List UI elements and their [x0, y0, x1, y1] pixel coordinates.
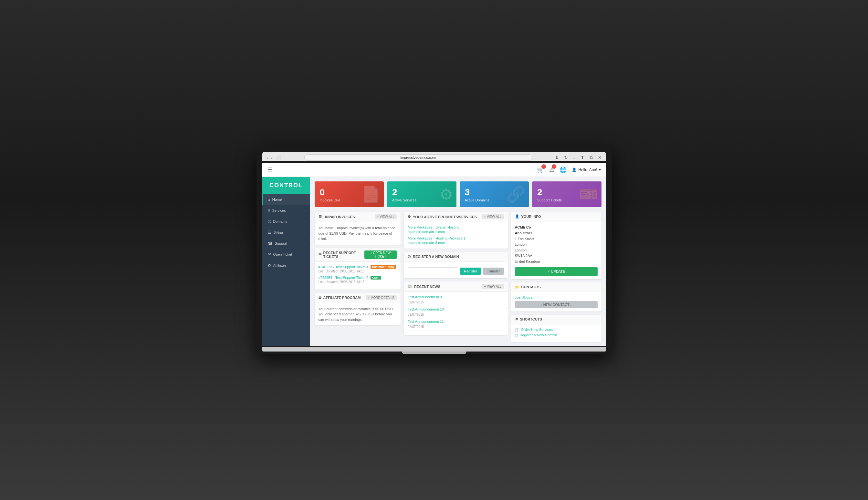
view-all-services-button[interactable]: + VIEW ALL	[482, 214, 504, 219]
url-text: impressivedemos.com	[400, 156, 435, 159]
sidebar-item-domains[interactable]: ◎ Domains ›	[262, 216, 310, 227]
share-icon[interactable]: ⬆	[580, 155, 585, 160]
affiliate-panel: ✿ AFFILIATE PROGRAM + MORE DETAILS Your …	[315, 293, 401, 326]
stat-cards: 📄 0 Invoices Due ⚙ 2 Active Services 🔗 3…	[315, 181, 601, 207]
sidebar-open-ticket-label: Open Ticket	[273, 252, 292, 256]
new-window-icon[interactable]: ⧉	[589, 155, 594, 160]
affiliate-text: Your current commission balance is $0.00…	[319, 306, 397, 322]
user-menu[interactable]: 👤 Hello, Ann! ▾	[572, 168, 601, 172]
address-bar[interactable]: impressivedemos.com	[304, 154, 532, 161]
active-services-label: Active Services	[392, 198, 451, 202]
service-2-domain[interactable]: example-domain-3.com	[408, 241, 504, 245]
alert-icon-wrapper[interactable]: ⚠ 1	[549, 166, 554, 173]
support-arrow: ›	[304, 242, 305, 245]
tickets-panel-icon: ✉	[319, 252, 321, 257]
news-3-link[interactable]: Test Announcement 11	[408, 320, 504, 323]
ticket-1-link[interactable]: #240223 - Test Support Ticket 1	[319, 265, 369, 269]
content-grid: ☰ UNPAID INVOICES + VIEW ALL You have 1 …	[315, 212, 601, 341]
news-2-link[interactable]: Test Announcement 10	[408, 307, 504, 311]
affiliates-icon: ✿	[268, 263, 271, 268]
update-info-button[interactable]: ✓ UPDATE	[515, 267, 598, 276]
sidebar-logo: CONTROL	[262, 177, 310, 194]
content-area: 📄 0 Invoices Due ⚙ 2 Active Services 🔗 3…	[310, 177, 606, 346]
services-icon: ≡	[268, 208, 270, 213]
sidebar-support-label: Support	[275, 241, 288, 245]
sidebar-item-billing[interactable]: ☰ Billing ›	[262, 227, 310, 238]
affiliate-panel-icon: ✿	[319, 296, 321, 300]
refresh-button[interactable]: ↻	[563, 155, 569, 160]
shortcut-register-domain[interactable]: ◎ Register a New Domain	[515, 333, 598, 337]
service-1-link[interactable]: More Packages - cPanel Hosting	[408, 225, 504, 229]
news-1-link[interactable]: Test Announcement 9	[408, 295, 504, 299]
ticket-2-badge: Open	[370, 276, 381, 280]
register-domain-icon: ◎	[408, 254, 411, 259]
domains-icon: ◎	[268, 219, 271, 224]
tab-view-button[interactable]: ⬜	[275, 155, 282, 160]
news-item-1: Test Announcement 9 02/07/2015	[408, 295, 504, 305]
view-all-invoices-button[interactable]: + VIEW ALL	[375, 214, 397, 219]
invoices-card[interactable]: 📄 0 Invoices Due	[315, 181, 384, 207]
recent-news-panel: 📰 RECENT NEWS + VIEW ALL Test Announceme…	[404, 282, 508, 335]
ticket-item-1: #240223 - Test Support Ticket 1 Customer…	[319, 265, 397, 273]
new-contact-button[interactable]: + NEW CONTACT...	[515, 301, 598, 308]
alert-badge: 1	[552, 164, 556, 169]
your-info-title: 👤 YOUR INFO	[515, 214, 541, 218]
domains-arrow: ›	[304, 220, 305, 223]
contact-person-link[interactable]: Joe Bloggs	[515, 295, 598, 299]
forward-button[interactable]: ›	[270, 155, 274, 160]
service-1-domain[interactable]: example-domain-1.com	[408, 230, 504, 234]
recent-news-title: 📰 RECENT NEWS	[408, 284, 440, 288]
support-tickets-card[interactable]: 🎫 2 Support Tickets	[532, 181, 601, 207]
close-icon[interactable]: ✕	[597, 155, 603, 160]
affiliate-title: ✿ AFFILIATE PROGRAM	[319, 296, 361, 300]
sidebar-domains-label: Domains	[273, 219, 287, 223]
dropdown-icon: ▾	[599, 168, 601, 172]
news-3-date: 02/07/2015	[408, 325, 424, 329]
ticket-1-badge: Customer-Reply	[370, 265, 396, 269]
sidebar-item-support[interactable]: ☎ Support ›	[262, 238, 310, 249]
sidebar-item-affiliates[interactable]: ✿ Affiliates	[262, 260, 310, 271]
pocket-icon[interactable]: ⬇	[554, 155, 560, 160]
ticket-2-date: Last Updated: 29/03/2016 14:15	[319, 280, 397, 284]
hamburger-icon[interactable]: ☰	[267, 167, 272, 173]
left-column: ☰ UNPAID INVOICES + VIEW ALL You have 1 …	[315, 212, 401, 341]
register-domain-title: ◎ REGISTER A NEW DOMAIN	[408, 254, 459, 259]
active-services-panel-icon: ⚙	[408, 215, 411, 219]
active-services-card[interactable]: ⚙ 2 Active Services	[387, 181, 456, 207]
user-icon: 👤	[572, 168, 577, 172]
middle-column: ⚙ YOUR ACTIVE PRODUCTS/SERVICES + VIEW A…	[404, 212, 508, 341]
register-domain-button[interactable]: Register	[460, 268, 481, 275]
home-icon: ⌂	[268, 197, 270, 202]
sidebar-item-open-ticket[interactable]: ✉ Open Ticket	[262, 249, 310, 260]
unpaid-invoices-title: ☰ UNPAID INVOICES	[319, 215, 355, 219]
news-item-3: Test Announcement 11 02/07/2015	[408, 320, 504, 329]
cart-icon-wrapper[interactable]: 🛒 1	[537, 166, 544, 173]
contacts-title: 📁 CONTACTS	[515, 285, 541, 289]
register-domain-header: ◎ REGISTER A NEW DOMAIN	[404, 252, 508, 261]
active-domains-card[interactable]: 🔗 3 Active Domains	[460, 181, 529, 207]
sidebar-item-services[interactable]: ≡ Services ›	[262, 205, 310, 216]
shortcuts-panel: ⚑ SHORTCUTS 🛒 Order New Services	[511, 315, 601, 342]
back-button[interactable]: ‹	[266, 155, 269, 160]
top-header: ☰ 🛒 1 ⚠ 1 🌐 👤 Hello, Ann! ▾	[262, 163, 606, 177]
shortcuts-icon: ⚑	[515, 317, 518, 321]
domain-search-input[interactable]	[408, 267, 458, 275]
sidebar-affiliates-label: Affiliates	[273, 263, 287, 267]
view-all-news-button[interactable]: + VIEW ALL	[482, 284, 504, 289]
shortcut-order-services[interactable]: 🛒 Order New Services	[515, 328, 598, 332]
globe-icon[interactable]: 🌐	[559, 166, 567, 173]
active-services-panel-title: ⚙ YOUR ACTIVE PRODUCTS/SERVICES	[408, 215, 477, 219]
sidebar-item-home[interactable]: ⌂ Home	[262, 194, 310, 205]
sidebar-billing-label: Billing	[274, 230, 283, 234]
active-services-header: ⚙ YOUR ACTIVE PRODUCTS/SERVICES + VIEW A…	[404, 212, 508, 222]
news-1-date: 02/07/2015	[408, 300, 424, 304]
affiliate-more-details-button[interactable]: + MORE DETAILS	[366, 295, 397, 300]
register-domain-shortcut-icon: ◎	[515, 333, 518, 337]
contacts-header: 📁 CONTACTS	[511, 282, 601, 292]
download-icon[interactable]: ↓	[572, 155, 576, 160]
service-2-link[interactable]: More Packages - Hosting Package 1	[408, 236, 504, 240]
sidebar: CONTROL ⌂ Home ≡ Services ›	[262, 177, 310, 346]
transfer-domain-button[interactable]: Transfer	[483, 268, 504, 275]
open-new-ticket-button[interactable]: + OPEN NEW TICKET	[364, 250, 397, 259]
ticket-2-link[interactable]: #722954 - Test Support Ticket 2	[319, 276, 369, 280]
